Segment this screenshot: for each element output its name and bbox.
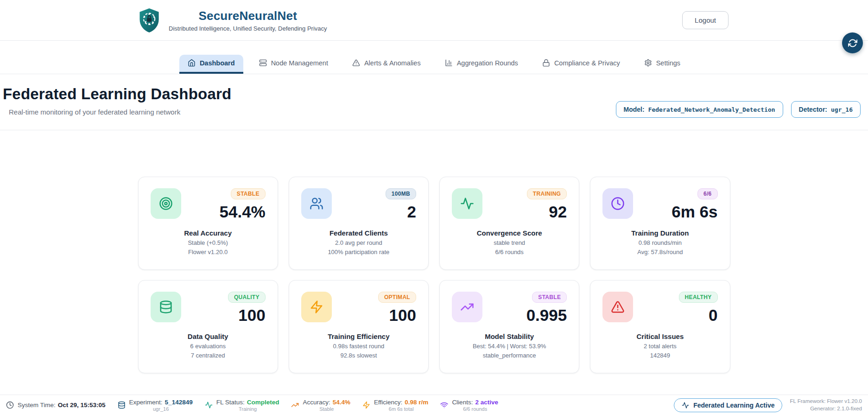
status-item-value: Oct 29, 15:53:05 — [58, 402, 106, 409]
card-subtext-2: 92.8s slowest — [301, 352, 416, 359]
status-item-sub: 6/6 rounds — [463, 406, 487, 412]
card-status-badge: OPTIMAL — [378, 292, 416, 303]
status-right: Federated Learning Active FL Framework: … — [674, 398, 862, 412]
status-item-label: Efficiency: — [374, 399, 402, 406]
status-item-value: 2 active — [475, 399, 498, 406]
tab-aggregation-rounds[interactable]: Aggregation Rounds — [437, 55, 526, 74]
tab-label: Compliance & Privacy — [554, 59, 620, 67]
status-item-system-time: System Time:Oct 29, 15:53:05 — [6, 401, 106, 409]
database-icon — [118, 401, 126, 409]
card-icon-tile — [602, 292, 633, 322]
card-title: Convergence Score — [452, 229, 567, 237]
card-title: Model Stability — [452, 332, 567, 340]
activity-icon — [205, 401, 213, 409]
card-status-badge: STABLE — [231, 188, 266, 199]
status-item-sub: ugr_16 — [153, 406, 169, 412]
tab-label: Node Management — [271, 59, 328, 67]
status-item-label: Clients: — [452, 399, 473, 406]
status-bar: System Time:Oct 29, 15:53:05 Experiment:… — [0, 395, 868, 415]
server-icon — [259, 59, 267, 67]
card-subtext-2: stable_performance — [452, 352, 567, 359]
tab-label: Dashboard — [200, 59, 235, 67]
tab-alerts-anomalies[interactable]: Alerts & Anomalies — [344, 55, 429, 74]
metric-card-model-stability: STABLE 0.995 Model Stability Best: 54.4%… — [439, 280, 579, 373]
framework-line-2: Generator: 2.1.0-fixed — [790, 405, 862, 413]
tab-label: Aggregation Rounds — [457, 59, 518, 67]
app-header: SecureNeuralNet Distributed Intelligence… — [0, 0, 868, 41]
card-status-badge: QUALITY — [228, 292, 266, 303]
card-subtext-1: 2 total alerts — [602, 343, 717, 350]
card-title: Federated Clients — [301, 229, 416, 237]
card-subtext-1: 0.98s fastest round — [301, 343, 416, 350]
refresh-button[interactable] — [842, 32, 863, 53]
status-item-value: 5_142849 — [165, 399, 193, 406]
status-item-value: 0.98 r/m — [405, 399, 428, 406]
tab-label: Settings — [656, 59, 680, 67]
status-item-sub: 6m 6s total — [389, 406, 414, 412]
zap-icon — [362, 401, 370, 409]
target-icon — [159, 197, 173, 211]
framework-line-1: FL Framework: Flower v1.20.0 — [790, 398, 862, 405]
framework-info: FL Framework: Flower v1.20.0 Generator: … — [790, 398, 862, 412]
card-status-badge: HEALTHY — [679, 292, 718, 303]
activity-icon — [682, 402, 689, 409]
home-icon — [188, 59, 196, 67]
card-subtext-2: 100% participation rate — [301, 249, 416, 255]
card-value: 2 — [386, 204, 416, 220]
card-icon-tile — [452, 292, 482, 322]
database-icon — [159, 300, 173, 314]
card-title: Data Quality — [151, 332, 266, 340]
card-title: Critical Issues — [602, 332, 717, 340]
card-icon-tile — [301, 188, 332, 219]
card-title: Training Duration — [602, 229, 717, 237]
card-value: 0.995 — [526, 307, 567, 323]
page-header: Federated Learning Dashboard Real-time m… — [0, 74, 868, 130]
tab-node-management[interactable]: Node Management — [251, 55, 336, 74]
logout-button[interactable]: Logout — [682, 11, 729, 29]
main-navigation: Dashboard Node Management Alerts & Anoma… — [0, 41, 868, 74]
zap-icon — [310, 300, 323, 314]
status-item-accuracy: Accuracy:54.4% Stable — [291, 399, 350, 412]
metric-card-training-efficiency: OPTIMAL 100 Training Efficiency 0.98s fa… — [289, 280, 429, 373]
card-subtext-2: 7 centralized — [151, 352, 266, 359]
refresh-icon — [848, 38, 857, 48]
card-subtext-2: Avg: 57.8s/round — [602, 249, 717, 255]
card-status-badge: 100MB — [386, 188, 416, 199]
card-subtext-1: Best: 54.4% | Worst: 53.9% — [452, 343, 567, 350]
card-subtext-1: 2.0 avg per round — [301, 239, 416, 246]
page-title: Federated Learning Dashboard — [3, 85, 865, 103]
metric-card-federated-clients: 100MB 2 Federated Clients 2.0 avg per ro… — [289, 177, 429, 270]
tab-compliance-privacy[interactable]: Compliance & Privacy — [534, 55, 628, 74]
card-icon-tile — [151, 188, 181, 219]
card-icon-tile — [151, 292, 181, 322]
tab-dashboard[interactable]: Dashboard — [179, 55, 243, 74]
status-item-value: Completed — [247, 399, 279, 406]
status-item-clients: Clients:2 active 6/6 rounds — [440, 399, 498, 412]
clock-icon — [611, 197, 625, 211]
status-item-label: Experiment: — [129, 399, 163, 406]
card-value: 6m 6s — [672, 204, 717, 220]
card-value: 0 — [679, 307, 718, 323]
card-icon-tile — [602, 188, 633, 219]
card-status-badge: 6/6 — [697, 188, 718, 199]
tab-settings[interactable]: Settings — [636, 55, 689, 74]
model-chip: Model: Federated_Network_Anomaly_Detecti… — [616, 101, 783, 118]
status-item-value: 54.4% — [333, 399, 350, 406]
status-item-label: System Time: — [18, 402, 56, 409]
detector-chip: Detector: ugr_16 — [791, 101, 861, 118]
card-value: 100 — [228, 307, 266, 323]
users-icon — [310, 197, 323, 211]
metric-card-training-duration: 6/6 6m 6s Training Duration 0.98 rounds/… — [590, 177, 730, 270]
card-title: Training Efficiency — [301, 332, 416, 340]
status-item-efficiency: Efficiency:0.98 r/m 6m 6s total — [362, 399, 428, 412]
detector-chip-value: ugr_16 — [831, 106, 853, 113]
alert-triangle-icon — [352, 59, 360, 67]
card-icon-tile — [301, 292, 332, 322]
card-value: 100 — [378, 307, 416, 323]
card-title: Real Accuracy — [151, 229, 266, 237]
card-status-badge: STABLE — [532, 292, 567, 303]
card-subtext-1: 0.98 rounds/min — [602, 239, 717, 246]
trending-up-icon — [460, 300, 474, 314]
clock-icon — [6, 401, 14, 409]
activity-icon — [460, 197, 474, 211]
